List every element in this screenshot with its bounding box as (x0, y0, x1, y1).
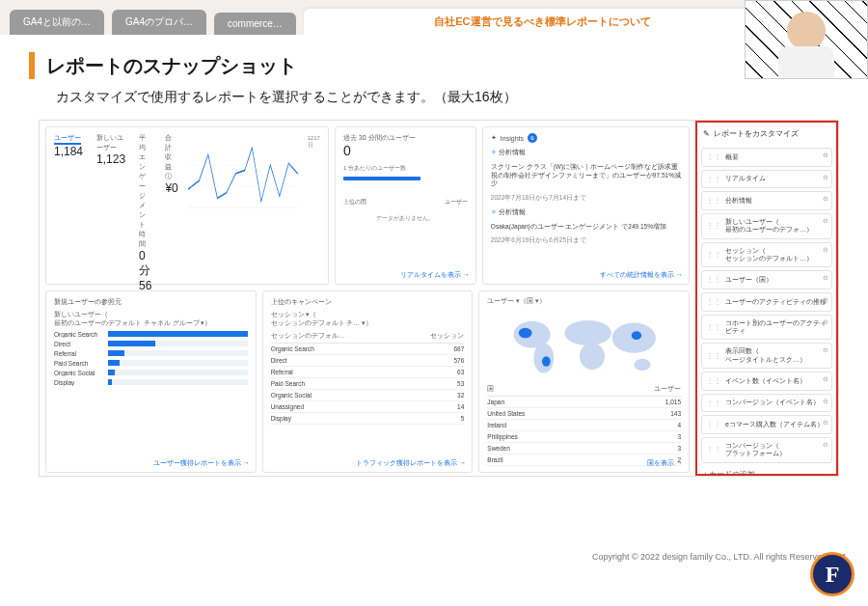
bar-row[interactable]: Organic Search (54, 331, 248, 338)
customize-item[interactable]: ⋮⋮ユーザー（国）⊖ (701, 270, 832, 289)
camp-link[interactable]: トラフィック獲得レポートを表示 → (356, 458, 466, 468)
tab-commerce[interactable]: commerce… (214, 13, 296, 35)
tab-ga4-property[interactable]: GA4のプロパ… (112, 10, 206, 35)
customize-item[interactable]: ⋮⋮ユーザーのアクティビティの推移⊖ (701, 292, 832, 312)
countries-table: 国ユーザー Japan1,015United States143Ireland4… (487, 383, 681, 466)
camp-sub[interactable]: セッション ▾（ セッションのデフォルト チ… ▾） (271, 311, 465, 328)
remove-icon[interactable]: ⊖ (823, 174, 828, 181)
add-card-button[interactable]: + カードの追加 (701, 466, 832, 476)
bar-row[interactable]: Paid Search (54, 360, 248, 367)
table-row[interactable]: Direct576 (271, 354, 465, 366)
remove-icon[interactable]: ⊖ (823, 152, 828, 159)
side-head: レポートをカスタマイズ (714, 128, 799, 139)
remove-icon[interactable]: ⊖ (823, 398, 828, 405)
metric-users-label[interactable]: ユーザー (54, 133, 81, 145)
table-row[interactable]: Organic Social32 (271, 389, 465, 400)
table-row[interactable]: Japan1,015 (487, 396, 681, 407)
customize-icon: ✎ (703, 129, 710, 138)
card-acquisition: 新規ユーザーの参照元 新しいユーザー（ 最初のユーザーのデフォルト チャネル グ… (45, 290, 257, 473)
dashboard-screenshot: ユーザー1,184 新しいユーザー1,123 平均エンゲージメント時間0 分 5… (39, 120, 839, 477)
svg-point-9 (519, 328, 532, 338)
insights-head: Insights (501, 135, 524, 142)
realtime-value: 0 (343, 143, 468, 158)
remove-icon[interactable]: ⊖ (823, 195, 828, 203)
card-campaigns: 上位のキャンペーン セッション ▾（ セッションのデフォルト チ… ▾） セッシ… (262, 290, 474, 473)
metric-revenue-label[interactable]: 合計収益 ⓘ (165, 133, 177, 181)
bar-label: Referral (54, 350, 104, 357)
table-row[interactable]: Unassigned14 (271, 400, 465, 412)
countries-title[interactable]: ユーザー ▾（国 ▾） (487, 297, 681, 306)
customize-item[interactable]: ⋮⋮概要⊖ (701, 148, 832, 167)
metric-revenue-value: ¥0 (165, 181, 177, 195)
bar-row[interactable]: Referral (54, 350, 248, 357)
card-realtime: 過去 30 分間のユーザー 0 1 分あたりのユーザー数 上位の国 ユーザー デ… (335, 126, 476, 285)
bar-row[interactable]: Display (54, 379, 248, 386)
insight-1-date: 2022年7月18日から7月14日まで (491, 194, 681, 203)
grip-icon: ⋮⋮ (706, 322, 721, 332)
grip-icon: ⋮⋮ (706, 175, 721, 184)
grip-icon: ⋮⋮ (706, 275, 721, 285)
remove-icon[interactable]: ⊖ (823, 419, 828, 427)
acq-link[interactable]: ユーザー獲得レポートを表示 → (153, 458, 250, 468)
customize-item[interactable]: ⋮⋮セッション（ セッションのデフォルト…）⊖ (701, 242, 832, 268)
realtime-title: 過去 30 分間のユーザー (343, 133, 468, 143)
tab-ga4-old[interactable]: GA4と以前の… (10, 10, 104, 35)
table-row[interactable]: Sweden3 (487, 442, 681, 454)
tab-standard-reports[interactable]: 自社EC運営で見るべき標準レポートについて (304, 9, 781, 35)
metric-engagement-label[interactable]: 平均エンゲージメント時間 (139, 133, 151, 249)
realtime-link[interactable]: リアルタイムを表示 → (400, 270, 470, 280)
lightbulb-icon: ✦ (491, 134, 497, 142)
remove-icon[interactable]: ⊖ (823, 318, 828, 326)
grip-icon: ⋮⋮ (706, 351, 721, 361)
realtime-empty: データがありません。 (343, 214, 468, 223)
insight-2-text[interactable]: Osaka(Japan)のユーザー エンゲージメント で249.15%増加 (491, 223, 681, 232)
table-row[interactable]: United States143 (487, 407, 681, 419)
table-row[interactable]: Ireland4 (487, 419, 681, 430)
brand-fab[interactable]: F (810, 552, 854, 596)
insights-tag: 分析情報 (499, 149, 526, 155)
acq-sub[interactable]: 新しいユーザー（ 最初のユーザーのデフォルト チャネル グループ ▾） (54, 311, 248, 328)
customize-item[interactable]: ⋮⋮eコマース購入数（アイテム名）⊖ (701, 415, 832, 434)
remove-icon[interactable]: ⊖ (823, 375, 828, 383)
remove-icon[interactable]: ⊖ (823, 296, 828, 304)
remove-icon[interactable]: ⊖ (823, 441, 828, 449)
customize-item[interactable]: ⋮⋮分析情報⊖ (701, 191, 832, 210)
analytics-icon: ✧ (491, 149, 497, 155)
table-row[interactable]: Philippines3 (487, 430, 681, 442)
remove-icon[interactable]: ⊖ (823, 346, 828, 354)
realtime-col-b: ユーザー (445, 198, 468, 207)
remove-icon[interactable]: ⊖ (823, 274, 828, 282)
acq-title: 新規ユーザーの参照元 (54, 297, 248, 307)
metric-newusers-label[interactable]: 新しいユーザー (96, 133, 125, 152)
bar-row[interactable]: Direct (54, 341, 248, 347)
grip-icon: ⋮⋮ (706, 399, 721, 408)
table-row[interactable]: Paid Search53 (271, 377, 465, 389)
customize-item[interactable]: ⋮⋮コホート別のユーザーのアクティビティ⊖ (701, 315, 832, 341)
webcam-thumbnail (745, 0, 868, 79)
remove-icon[interactable]: ⊖ (823, 246, 828, 254)
table-row[interactable]: Display5 (271, 412, 465, 424)
accent-bar (29, 52, 35, 79)
customize-item[interactable]: ⋮⋮リアルタイム⊖ (701, 170, 832, 189)
camp-table: セッションのデフォル…セッション Organic Search687Direct… (271, 330, 465, 425)
table-row[interactable]: Referral63 (271, 366, 465, 377)
bar-row[interactable]: Organic Social (54, 370, 248, 376)
metric-sparkline (188, 139, 298, 208)
grip-icon: ⋮⋮ (706, 445, 721, 454)
remove-icon[interactable]: ⊖ (823, 217, 828, 225)
insight-1-text[interactable]: スクリーン クラス「(W)に強い｜ホームページ制作など訴求重視の制作会社デザイン… (491, 163, 681, 188)
countries-link[interactable]: 国を表示 → (647, 458, 683, 468)
bar-label: Direct (54, 341, 104, 347)
customize-item[interactable]: ⋮⋮コンバージョン（ プラットフォーム）⊖ (701, 437, 832, 463)
customize-item[interactable]: ⋮⋮イベント数（イベント名）⊖ (701, 372, 832, 391)
insights-link[interactable]: すべての統計情報を表示 → (600, 270, 683, 280)
grip-icon: ⋮⋮ (706, 420, 721, 429)
bar-label: Organic Search (54, 331, 104, 338)
customize-item[interactable]: ⋮⋮表示回数（ ページタイトルとスク…）⊖ (701, 343, 832, 369)
customize-item[interactable]: ⋮⋮コンバージョン（イベント名）⊖ (701, 394, 832, 413)
insights-badge: 6 (528, 133, 537, 143)
table-row[interactable]: Organic Search687 (271, 343, 465, 354)
tab-bar: GA4と以前の… GA4のプロパ… commerce… 自社EC運営で見るべき標… (0, 0, 868, 35)
bar-label: Display (54, 379, 104, 386)
customize-item[interactable]: ⋮⋮新しいユーザー（ 最初のユーザーのデフォ…）⊖ (701, 213, 832, 239)
